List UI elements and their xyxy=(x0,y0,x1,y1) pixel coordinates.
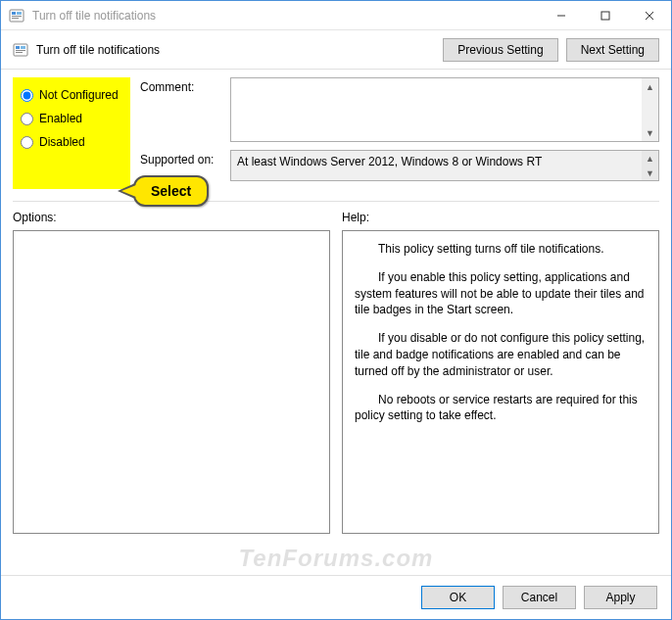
help-paragraph: If you disable or do not configure this … xyxy=(355,330,647,379)
radio-not-configured[interactable]: Not Configured xyxy=(19,83,122,107)
help-paragraph: No reboots or service restarts are requi… xyxy=(355,392,647,425)
close-button[interactable] xyxy=(627,1,671,29)
supported-on-text: At least Windows Server 2012, Windows 8 … xyxy=(237,155,542,168)
cancel-button[interactable]: Cancel xyxy=(503,586,576,609)
svg-rect-6 xyxy=(601,12,609,20)
app-icon xyxy=(9,8,24,24)
dialog-window: Turn off tile notifications Turn off til… xyxy=(0,0,672,620)
radio-disabled[interactable]: Disabled xyxy=(19,130,122,154)
title-bar: Turn off tile notifications xyxy=(1,1,671,30)
watermark: TenForums.com xyxy=(1,545,671,572)
apply-button[interactable]: Apply xyxy=(584,586,657,609)
help-label: Help: xyxy=(342,208,659,230)
radio-label: Not Configured xyxy=(39,88,119,102)
previous-setting-button[interactable]: Previous Setting xyxy=(443,38,557,62)
ok-button[interactable]: OK xyxy=(421,586,495,609)
comment-textarea[interactable] xyxy=(231,78,641,127)
window-title: Turn off tile notifications xyxy=(32,9,539,23)
help-panel: This policy setting turns off tile notif… xyxy=(342,230,659,534)
supported-on-label: Supported on: xyxy=(140,150,230,167)
radio-label: Enabled xyxy=(39,112,82,125)
window-controls xyxy=(539,1,671,29)
svg-rect-3 xyxy=(12,16,22,17)
radio-not-configured-input[interactable] xyxy=(21,89,33,102)
scroll-down-icon: ▼ xyxy=(642,166,658,180)
dialog-footer: OK Cancel Apply xyxy=(1,575,671,619)
content-area: Not Configured Enabled Disabled Comment: xyxy=(1,70,671,534)
options-label: Options: xyxy=(13,208,330,230)
scroll-up-icon: ▲ xyxy=(642,151,658,166)
callout-bubble: Select xyxy=(133,175,209,207)
radio-enabled[interactable]: Enabled xyxy=(19,107,122,130)
state-radio-group: Not Configured Enabled Disabled xyxy=(13,77,130,189)
svg-rect-4 xyxy=(12,18,19,19)
scrollbar: ▲ ▼ xyxy=(642,151,658,180)
policy-icon xyxy=(13,42,28,58)
toolbar: Turn off tile notifications Previous Set… xyxy=(1,30,671,70)
svg-rect-13 xyxy=(16,52,23,53)
policy-name: Turn off tile notifications xyxy=(36,43,443,57)
radio-label: Disabled xyxy=(39,135,85,149)
comment-label: Comment: xyxy=(140,77,230,94)
minimize-button[interactable] xyxy=(539,1,583,29)
help-paragraph: If you enable this policy setting, appli… xyxy=(355,269,647,318)
scroll-up-icon[interactable]: ▲ xyxy=(642,78,658,95)
maximize-button[interactable] xyxy=(583,1,627,29)
svg-rect-12 xyxy=(16,50,25,51)
svg-rect-10 xyxy=(16,46,20,49)
separator xyxy=(13,201,659,202)
supported-on-box: At least Windows Server 2012, Windows 8 … xyxy=(230,150,659,181)
options-panel xyxy=(13,230,330,534)
scroll-down-icon[interactable]: ▼ xyxy=(642,124,658,141)
radio-enabled-input[interactable] xyxy=(21,113,33,125)
radio-disabled-input[interactable] xyxy=(21,136,33,149)
svg-rect-11 xyxy=(21,46,25,49)
scrollbar[interactable]: ▲ ▼ xyxy=(642,78,658,141)
annotation-callout: Select xyxy=(133,175,209,207)
svg-rect-2 xyxy=(17,12,22,15)
next-setting-button[interactable]: Next Setting xyxy=(566,38,659,62)
svg-rect-1 xyxy=(12,12,16,15)
help-paragraph: This policy setting turns off tile notif… xyxy=(355,241,647,258)
